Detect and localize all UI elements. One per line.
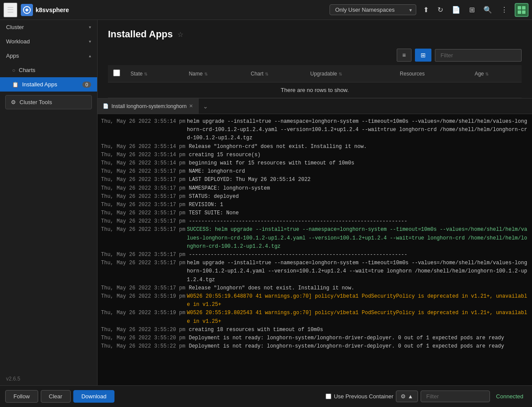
log-message: NAMESPACE: longhorn-system [189, 184, 270, 193]
terminal-scroll-down-button[interactable]: ⌄ [199, 103, 212, 110]
upgradable-sort-icon: ⇅ [339, 72, 342, 76]
namespace-selector-wrapper: Only User Namespaces All Namespaces [330, 4, 416, 15]
log-timestamp: Thu, May 26 2022 3:55:22 pm [101, 342, 185, 351]
log-message: REVISION: 1 [189, 201, 223, 209]
fullscreen-icon-button[interactable]: ⊞ [466, 3, 478, 16]
sidebar-version: v2.6.5 [0, 372, 97, 385]
log-timestamp: Thu, May 26 2022 3:55:17 pm [101, 176, 185, 184]
log-line: Thu, May 26 2022 3:55:17 pmSUCCESS: helm… [101, 226, 529, 251]
filter-input[interactable] [435, 49, 522, 62]
charts-label: Charts [19, 67, 35, 73]
log-message: creating 18 resources with timeout of 10… [189, 326, 323, 334]
grid-view-button[interactable]: ⊞ [415, 49, 431, 62]
terminal-tab-install[interactable]: 📄 Install longhorn-system:longhorn ✕ [98, 98, 199, 114]
log-timestamp: Thu, May 26 2022 3:55:17 pm [101, 259, 183, 284]
col-age[interactable]: Age ⇅ [470, 65, 522, 82]
log-message: Deployment is not ready: longhorn-system… [189, 342, 504, 351]
sidebar-item-charts[interactable]: ○ Charts [0, 63, 97, 77]
log-line: Thu, May 26 2022 3:55:17 pmNAME: longhor… [101, 167, 529, 176]
terminal-tabs: 📄 Install longhorn-system:longhorn ✕ ⌄ [98, 98, 532, 114]
log-message: beginning wait for 15 resources with tim… [189, 159, 354, 167]
log-line: Thu, May 26 2022 3:55:19 pmW0526 20:55:1… [101, 309, 529, 325]
topbar-icons: ⬆ ↻ 📄 ⊞ 🔍 ⋮ [420, 3, 511, 16]
col-state[interactable]: State ⇅ [125, 65, 183, 82]
col-chart[interactable]: Chart ⇅ [245, 65, 305, 82]
log-message: helm upgrade --install=true --namespace=… [187, 118, 529, 143]
sidebar-apps-section: Apps ▴ ○ Charts 📋 Installed Apps 0 [0, 49, 97, 92]
log-message: Release "longhorn-crd" does not exist. I… [189, 143, 366, 151]
sidebar-item-cluster[interactable]: Cluster ▾ [0, 20, 97, 34]
use-previous-container-label[interactable]: Use Previous Container [326, 393, 393, 400]
connected-status: Connected [493, 393, 527, 400]
search-icon-button[interactable]: 🔍 [480, 3, 496, 16]
log-timestamp: Thu, May 26 2022 3:55:17 pm [101, 209, 185, 217]
toolbar: ≡ ⊞ [98, 45, 532, 65]
user-avatar[interactable] [515, 3, 529, 17]
log-line: Thu, May 26 2022 3:55:17 pmNAMESPACE: lo… [101, 184, 529, 193]
settings-button[interactable]: ⚙ ▲ [396, 391, 418, 402]
log-line: Thu, May 26 2022 3:55:14 pmhelm upgrade … [101, 118, 529, 143]
use-previous-container-checkbox[interactable] [326, 394, 331, 399]
installed-apps-table-container: State ⇅ Name ⇅ Chart ⇅ Upgradable ⇅ Reso… [98, 65, 532, 98]
log-line: Thu, May 26 2022 3:55:17 pmRelease "long… [101, 284, 529, 292]
cluster-tools-label: Cluster Tools [20, 99, 52, 105]
hamburger-menu-button[interactable]: ☰ [3, 3, 17, 17]
page-title: Installed Apps [108, 29, 173, 40]
col-name[interactable]: Name ⇅ [183, 65, 245, 82]
table-header: State ⇅ Name ⇅ Chart ⇅ Upgradable ⇅ Reso… [108, 65, 522, 82]
clear-button[interactable]: Clear [41, 390, 71, 403]
page-header: Installed Apps ☆ [98, 20, 532, 45]
log-message: creating 15 resource(s) [189, 151, 261, 159]
terminal-body[interactable]: Thu, May 26 2022 3:55:14 pmhelm upgrade … [98, 114, 532, 385]
sidebar-item-installed-apps[interactable]: 📋 Installed Apps 0 [0, 77, 97, 92]
sidebar-cluster-section: Cluster ▾ [0, 20, 97, 34]
log-line: Thu, May 26 2022 3:55:17 pm-------------… [101, 217, 529, 226]
log-message: W0526 20:55:19.648870 41 warnings.go:70]… [187, 292, 529, 309]
log-line: Thu, May 26 2022 3:55:17 pmhelm upgrade … [101, 259, 529, 284]
sidebar-item-workload[interactable]: Workload ▾ [0, 34, 97, 49]
namespace-selector[interactable]: Only User Namespaces All Namespaces [330, 4, 416, 15]
log-line: Thu, May 26 2022 3:55:17 pmTEST SUITE: N… [101, 209, 529, 217]
favorite-star-icon[interactable]: ☆ [177, 30, 183, 39]
select-all-checkbox[interactable] [113, 69, 120, 76]
chart-sort-icon: ⇅ [265, 72, 268, 76]
log-timestamp: Thu, May 26 2022 3:55:17 pm [101, 251, 185, 259]
col-resources[interactable]: Resources [395, 65, 470, 82]
col-upgradable[interactable]: Upgradable ⇅ [305, 65, 395, 82]
gear-settings-icon: ⚙ [401, 393, 406, 400]
refresh-icon-button[interactable]: ↻ [434, 3, 447, 16]
bottom-filter-input[interactable] [421, 391, 490, 402]
log-message: SUCCESS: helm upgrade --install=true --n… [187, 226, 529, 251]
log-timestamp: Thu, May 26 2022 3:55:17 pm [101, 201, 185, 209]
log-line: Thu, May 26 2022 3:55:14 pmbeginning wai… [101, 159, 529, 167]
more-options-icon-button[interactable]: ⋮ [497, 3, 511, 16]
cluster-tools-button[interactable]: ⚙ Cluster Tools [5, 95, 92, 109]
log-message: STATUS: deployed [189, 193, 238, 201]
log-message: ----------------------------------------… [189, 251, 407, 259]
table-body: There are no rows to show. [108, 82, 522, 98]
log-line: Thu, May 26 2022 3:55:14 pmRelease "long… [101, 143, 529, 151]
no-rows-row: There are no rows to show. [108, 82, 522, 98]
installed-apps-label: Installed Apps [22, 81, 57, 88]
terminal-tab-file-icon: 📄 [103, 103, 109, 109]
log-timestamp: Thu, May 26 2022 3:55:14 pm [101, 159, 185, 167]
list-view-button[interactable]: ≡ [397, 49, 411, 62]
app-logo-icon [21, 4, 33, 16]
follow-button[interactable]: Follow [5, 390, 38, 403]
download-button[interactable]: Download [73, 390, 115, 403]
settings-arrow-icon: ▲ [408, 393, 413, 400]
terminal-tab-close-button[interactable]: ✕ [189, 103, 193, 109]
upload-icon-button[interactable]: ⬆ [420, 3, 432, 16]
log-message: ----------------------------------------… [189, 217, 407, 226]
state-sort-icon: ⇅ [144, 72, 147, 76]
log-timestamp: Thu, May 26 2022 3:55:17 pm [101, 193, 185, 201]
terminal-panel: 📄 Install longhorn-system:longhorn ✕ ⌄ T… [98, 98, 532, 385]
log-timestamp: Thu, May 26 2022 3:55:17 pm [101, 284, 185, 292]
copy-icon-button[interactable]: 📄 [448, 3, 464, 16]
log-message: TEST SUITE: None [189, 209, 238, 217]
log-timestamp: Thu, May 26 2022 3:55:19 pm [101, 292, 183, 309]
sidebar-item-apps[interactable]: Apps ▴ [0, 49, 97, 63]
installed-apps-table: State ⇅ Name ⇅ Chart ⇅ Upgradable ⇅ Reso… [108, 65, 522, 98]
log-line: Thu, May 26 2022 3:55:17 pm-------------… [101, 251, 529, 259]
log-timestamp: Thu, May 26 2022 3:55:20 pm [101, 326, 185, 334]
